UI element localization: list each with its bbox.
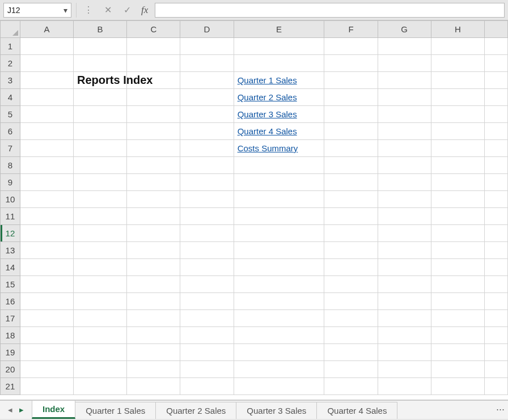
cell[interactable] bbox=[74, 344, 127, 361]
cell[interactable]: Quarter 3 Sales bbox=[234, 106, 324, 123]
cell[interactable] bbox=[234, 361, 324, 378]
tab-next-icon[interactable]: ▸ bbox=[17, 404, 26, 416]
row-header[interactable]: 16 bbox=[1, 293, 20, 310]
cell[interactable] bbox=[431, 259, 484, 276]
cell[interactable] bbox=[180, 378, 234, 395]
cell[interactable] bbox=[484, 208, 507, 225]
row-header[interactable]: 15 bbox=[1, 276, 20, 293]
cell[interactable] bbox=[484, 242, 507, 259]
col-header[interactable]: C bbox=[127, 21, 180, 38]
cell[interactable] bbox=[74, 242, 127, 259]
cell[interactable] bbox=[234, 157, 324, 174]
cell[interactable] bbox=[234, 259, 324, 276]
cell[interactable] bbox=[234, 191, 324, 208]
cell[interactable] bbox=[378, 293, 431, 310]
cell[interactable] bbox=[127, 310, 180, 327]
cell[interactable] bbox=[180, 174, 234, 191]
cancel-icon[interactable]: ✕ bbox=[100, 3, 115, 18]
cell[interactable] bbox=[324, 378, 378, 395]
cell[interactable] bbox=[484, 38, 507, 55]
cell[interactable] bbox=[20, 89, 73, 106]
cell[interactable] bbox=[180, 361, 234, 378]
hyperlink[interactable]: Costs Summary bbox=[238, 143, 298, 153]
cell[interactable] bbox=[234, 225, 324, 242]
cell[interactable] bbox=[127, 106, 180, 123]
cell[interactable] bbox=[20, 191, 73, 208]
cell[interactable] bbox=[20, 293, 73, 310]
cell[interactable] bbox=[484, 225, 507, 242]
cell[interactable] bbox=[484, 191, 507, 208]
cell[interactable] bbox=[431, 242, 484, 259]
cell[interactable] bbox=[378, 310, 431, 327]
cell[interactable] bbox=[324, 106, 378, 123]
cell[interactable] bbox=[180, 276, 234, 293]
cell[interactable] bbox=[484, 327, 507, 344]
cell[interactable] bbox=[74, 208, 127, 225]
cell[interactable] bbox=[180, 55, 234, 72]
cell[interactable] bbox=[20, 38, 73, 55]
cell[interactable] bbox=[378, 378, 431, 395]
cell[interactable] bbox=[234, 276, 324, 293]
cell[interactable] bbox=[180, 344, 234, 361]
sheet-tab[interactable]: Quarter 3 Sales bbox=[236, 402, 317, 419]
cell[interactable] bbox=[484, 174, 507, 191]
cell[interactable] bbox=[127, 378, 180, 395]
cell[interactable] bbox=[378, 242, 431, 259]
cell[interactable] bbox=[74, 310, 127, 327]
cell[interactable] bbox=[74, 191, 127, 208]
cell[interactable] bbox=[20, 259, 73, 276]
cell[interactable] bbox=[74, 327, 127, 344]
cell[interactable] bbox=[324, 242, 378, 259]
cell[interactable] bbox=[234, 344, 324, 361]
cell[interactable] bbox=[484, 293, 507, 310]
cell[interactable] bbox=[234, 38, 324, 55]
cell[interactable] bbox=[324, 361, 378, 378]
row-header[interactable]: 20 bbox=[1, 361, 20, 378]
cell[interactable] bbox=[127, 174, 180, 191]
cell[interactable] bbox=[20, 123, 73, 140]
cell[interactable] bbox=[127, 327, 180, 344]
cell[interactable] bbox=[324, 89, 378, 106]
cell[interactable] bbox=[324, 208, 378, 225]
chevron-down-icon[interactable]: ▾ bbox=[60, 6, 67, 15]
cell[interactable] bbox=[234, 378, 324, 395]
hyperlink[interactable]: Quarter 1 Sales bbox=[238, 75, 297, 85]
cell[interactable] bbox=[324, 191, 378, 208]
col-header[interactable]: E bbox=[234, 21, 324, 38]
cell[interactable] bbox=[324, 174, 378, 191]
col-header[interactable]: H bbox=[431, 21, 484, 38]
cell[interactable] bbox=[127, 140, 180, 157]
cell[interactable] bbox=[127, 38, 180, 55]
row-header[interactable]: 2 bbox=[1, 55, 20, 72]
cell[interactable]: Costs Summary bbox=[234, 140, 324, 157]
cell[interactable] bbox=[324, 38, 378, 55]
col-header[interactable]: D bbox=[180, 21, 234, 38]
cell[interactable] bbox=[431, 310, 484, 327]
cell[interactable] bbox=[234, 55, 324, 72]
cell[interactable] bbox=[378, 259, 431, 276]
enter-icon[interactable]: ✓ bbox=[120, 3, 134, 18]
row-header[interactable]: 6 bbox=[1, 123, 20, 140]
cell[interactable] bbox=[378, 72, 431, 89]
cell[interactable] bbox=[431, 293, 484, 310]
cell[interactable] bbox=[180, 89, 234, 106]
cell[interactable] bbox=[127, 208, 180, 225]
cell[interactable] bbox=[180, 123, 234, 140]
cell[interactable] bbox=[484, 157, 507, 174]
cell[interactable] bbox=[74, 140, 127, 157]
cell[interactable] bbox=[180, 310, 234, 327]
cell[interactable] bbox=[484, 378, 507, 395]
cell[interactable] bbox=[127, 89, 180, 106]
cell[interactable] bbox=[484, 123, 507, 140]
cell[interactable] bbox=[324, 225, 378, 242]
row-header[interactable]: 17 bbox=[1, 310, 20, 327]
cell[interactable] bbox=[180, 72, 234, 89]
cell[interactable] bbox=[20, 157, 73, 174]
cell[interactable]: Quarter 4 Sales bbox=[234, 123, 324, 140]
cell[interactable] bbox=[324, 140, 378, 157]
more-options-button[interactable]: ⋮ bbox=[81, 3, 96, 18]
cell[interactable] bbox=[74, 106, 127, 123]
cell[interactable] bbox=[127, 276, 180, 293]
cell[interactable] bbox=[20, 208, 73, 225]
cell[interactable] bbox=[74, 174, 127, 191]
